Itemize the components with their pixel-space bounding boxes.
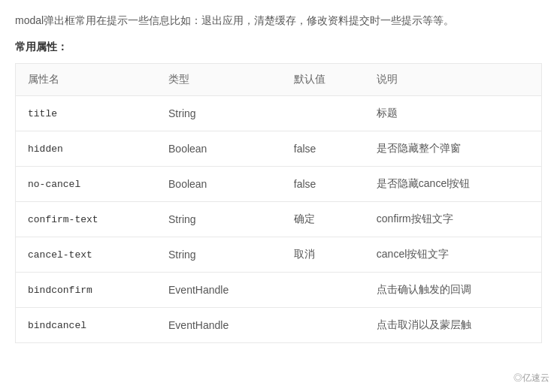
prop-name: hidden [16, 131, 157, 167]
prop-name: bindcancel [16, 308, 157, 343]
col-header-name: 属性名 [16, 64, 157, 96]
prop-default [282, 273, 365, 308]
col-header-desc: 说明 [365, 64, 542, 96]
prop-default: 确定 [282, 202, 365, 237]
prop-type: String [156, 96, 282, 131]
prop-type: EventHandle [156, 273, 282, 308]
col-header-default: 默认值 [282, 64, 365, 96]
table-header-row: 属性名 类型 默认值 说明 [16, 64, 542, 96]
prop-type: String [156, 237, 282, 273]
prop-name: no-cancel [16, 167, 157, 202]
table-row: hiddenBooleanfalse是否隐藏整个弹窗 [16, 131, 542, 167]
prop-default [282, 308, 365, 343]
watermark: ◎亿速云 [513, 372, 549, 384]
prop-default: false [282, 131, 365, 167]
prop-name: confirm-text [16, 202, 157, 237]
prop-type: EventHandle [156, 308, 282, 343]
section-title: 常用属性： [15, 41, 542, 54]
prop-type: Boolean [156, 131, 282, 167]
prop-type: String [156, 202, 282, 237]
prop-default: false [282, 167, 365, 202]
prop-description: cancel按钮文字 [365, 237, 542, 273]
prop-description: confirm按钮文字 [365, 202, 542, 237]
prop-name: title [16, 96, 157, 131]
table-row: bindconfirmEventHandle点击确认触发的回调 [16, 273, 542, 308]
prop-default: 取消 [282, 237, 365, 273]
table-row: cancel-textString取消cancel按钮文字 [16, 237, 542, 273]
prop-description: 是否隐藏cancel按钮 [365, 167, 542, 202]
prop-name: bindconfirm [16, 273, 157, 308]
col-header-type: 类型 [156, 64, 282, 96]
table-row: bindcancelEventHandle点击取消以及蒙层触 [16, 308, 542, 343]
prop-description: 点击确认触发的回调 [365, 273, 542, 308]
intro-text: modal弹出框常用在提示一些信息比如：退出应用，清楚缓存，修改资料提交时一些提… [15, 12, 542, 29]
table-row: confirm-textString确定confirm按钮文字 [16, 202, 542, 237]
prop-description: 是否隐藏整个弹窗 [365, 131, 542, 167]
prop-name: cancel-text [16, 237, 157, 273]
prop-type: Boolean [156, 167, 282, 202]
prop-description: 点击取消以及蒙层触 [365, 308, 542, 343]
prop-description: 标题 [365, 96, 542, 131]
table-row: titleString标题 [16, 96, 542, 131]
table-row: no-cancelBooleanfalse是否隐藏cancel按钮 [16, 167, 542, 202]
properties-table: 属性名 类型 默认值 说明 titleString标题hiddenBoolean… [15, 63, 542, 343]
prop-default [282, 96, 365, 131]
